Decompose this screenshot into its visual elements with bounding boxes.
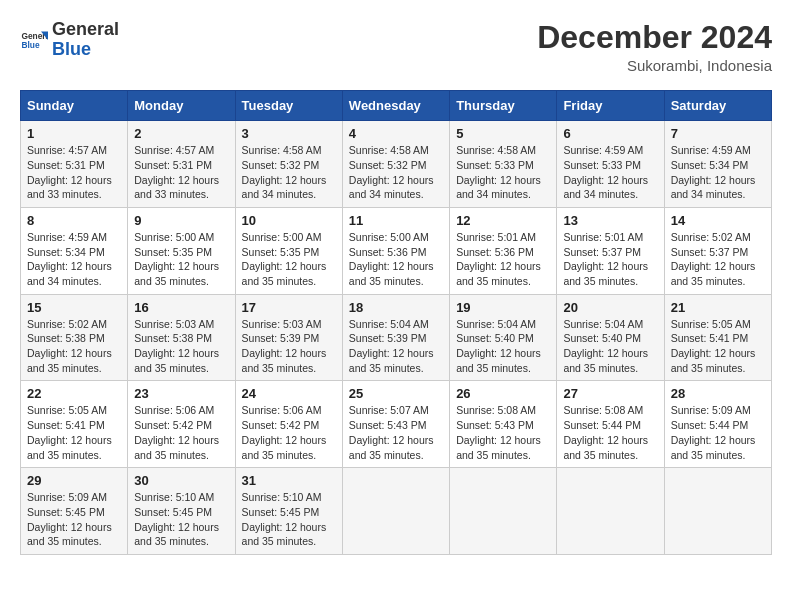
calendar-table: Sunday Monday Tuesday Wednesday Thursday… <box>20 90 772 555</box>
day-number: 11 <box>349 213 443 228</box>
calendar-cell: 7 Sunrise: 4:59 AMSunset: 5:34 PMDayligh… <box>664 121 771 208</box>
day-info: Sunrise: 5:05 AMSunset: 5:41 PMDaylight:… <box>671 318 756 374</box>
day-number: 6 <box>563 126 657 141</box>
calendar-week-4: 22 Sunrise: 5:05 AMSunset: 5:41 PMDaylig… <box>21 381 772 468</box>
day-info: Sunrise: 5:00 AMSunset: 5:35 PMDaylight:… <box>134 231 219 287</box>
logo: General Blue GeneralBlue <box>20 20 119 60</box>
day-number: 30 <box>134 473 228 488</box>
day-number: 29 <box>27 473 121 488</box>
day-number: 4 <box>349 126 443 141</box>
month-title: December 2024 <box>537 20 772 55</box>
col-tuesday: Tuesday <box>235 91 342 121</box>
day-info: Sunrise: 5:04 AMSunset: 5:40 PMDaylight:… <box>563 318 648 374</box>
day-number: 31 <box>242 473 336 488</box>
calendar-cell: 13 Sunrise: 5:01 AMSunset: 5:37 PMDaylig… <box>557 207 664 294</box>
calendar-cell <box>557 468 664 555</box>
calendar-cell: 16 Sunrise: 5:03 AMSunset: 5:38 PMDaylig… <box>128 294 235 381</box>
calendar-cell <box>342 468 449 555</box>
day-info: Sunrise: 5:06 AMSunset: 5:42 PMDaylight:… <box>242 404 327 460</box>
calendar-week-2: 8 Sunrise: 4:59 AMSunset: 5:34 PMDayligh… <box>21 207 772 294</box>
day-info: Sunrise: 5:03 AMSunset: 5:38 PMDaylight:… <box>134 318 219 374</box>
day-number: 12 <box>456 213 550 228</box>
calendar-cell <box>664 468 771 555</box>
day-info: Sunrise: 5:10 AMSunset: 5:45 PMDaylight:… <box>242 491 327 547</box>
day-number: 13 <box>563 213 657 228</box>
calendar-cell: 17 Sunrise: 5:03 AMSunset: 5:39 PMDaylig… <box>235 294 342 381</box>
day-number: 26 <box>456 386 550 401</box>
day-number: 2 <box>134 126 228 141</box>
day-number: 27 <box>563 386 657 401</box>
calendar-cell: 3 Sunrise: 4:58 AMSunset: 5:32 PMDayligh… <box>235 121 342 208</box>
calendar-cell: 18 Sunrise: 5:04 AMSunset: 5:39 PMDaylig… <box>342 294 449 381</box>
day-number: 9 <box>134 213 228 228</box>
day-info: Sunrise: 5:06 AMSunset: 5:42 PMDaylight:… <box>134 404 219 460</box>
day-info: Sunrise: 5:04 AMSunset: 5:40 PMDaylight:… <box>456 318 541 374</box>
day-info: Sunrise: 4:58 AMSunset: 5:33 PMDaylight:… <box>456 144 541 200</box>
calendar-cell: 1 Sunrise: 4:57 AMSunset: 5:31 PMDayligh… <box>21 121 128 208</box>
day-number: 25 <box>349 386 443 401</box>
calendar-cell: 25 Sunrise: 5:07 AMSunset: 5:43 PMDaylig… <box>342 381 449 468</box>
location: Sukorambi, Indonesia <box>537 57 772 74</box>
calendar-cell: 5 Sunrise: 4:58 AMSunset: 5:33 PMDayligh… <box>450 121 557 208</box>
calendar-week-1: 1 Sunrise: 4:57 AMSunset: 5:31 PMDayligh… <box>21 121 772 208</box>
calendar-cell: 2 Sunrise: 4:57 AMSunset: 5:31 PMDayligh… <box>128 121 235 208</box>
day-number: 19 <box>456 300 550 315</box>
day-info: Sunrise: 4:58 AMSunset: 5:32 PMDaylight:… <box>349 144 434 200</box>
calendar-cell: 22 Sunrise: 5:05 AMSunset: 5:41 PMDaylig… <box>21 381 128 468</box>
day-info: Sunrise: 5:00 AMSunset: 5:35 PMDaylight:… <box>242 231 327 287</box>
day-info: Sunrise: 5:10 AMSunset: 5:45 PMDaylight:… <box>134 491 219 547</box>
day-info: Sunrise: 5:03 AMSunset: 5:39 PMDaylight:… <box>242 318 327 374</box>
day-number: 23 <box>134 386 228 401</box>
day-number: 10 <box>242 213 336 228</box>
calendar-cell <box>450 468 557 555</box>
day-number: 3 <box>242 126 336 141</box>
day-info: Sunrise: 5:07 AMSunset: 5:43 PMDaylight:… <box>349 404 434 460</box>
calendar-cell: 23 Sunrise: 5:06 AMSunset: 5:42 PMDaylig… <box>128 381 235 468</box>
calendar-cell: 9 Sunrise: 5:00 AMSunset: 5:35 PMDayligh… <box>128 207 235 294</box>
day-info: Sunrise: 4:57 AMSunset: 5:31 PMDaylight:… <box>134 144 219 200</box>
col-friday: Friday <box>557 91 664 121</box>
calendar-cell: 26 Sunrise: 5:08 AMSunset: 5:43 PMDaylig… <box>450 381 557 468</box>
day-number: 1 <box>27 126 121 141</box>
calendar-cell: 21 Sunrise: 5:05 AMSunset: 5:41 PMDaylig… <box>664 294 771 381</box>
day-number: 21 <box>671 300 765 315</box>
day-info: Sunrise: 5:02 AMSunset: 5:38 PMDaylight:… <box>27 318 112 374</box>
day-info: Sunrise: 4:58 AMSunset: 5:32 PMDaylight:… <box>242 144 327 200</box>
calendar-week-5: 29 Sunrise: 5:09 AMSunset: 5:45 PMDaylig… <box>21 468 772 555</box>
calendar-cell: 29 Sunrise: 5:09 AMSunset: 5:45 PMDaylig… <box>21 468 128 555</box>
col-wednesday: Wednesday <box>342 91 449 121</box>
logo-icon: General Blue <box>20 26 48 54</box>
calendar-cell: 6 Sunrise: 4:59 AMSunset: 5:33 PMDayligh… <box>557 121 664 208</box>
calendar-week-3: 15 Sunrise: 5:02 AMSunset: 5:38 PMDaylig… <box>21 294 772 381</box>
calendar-cell: 31 Sunrise: 5:10 AMSunset: 5:45 PMDaylig… <box>235 468 342 555</box>
calendar-cell: 27 Sunrise: 5:08 AMSunset: 5:44 PMDaylig… <box>557 381 664 468</box>
calendar-cell: 15 Sunrise: 5:02 AMSunset: 5:38 PMDaylig… <box>21 294 128 381</box>
col-thursday: Thursday <box>450 91 557 121</box>
day-number: 7 <box>671 126 765 141</box>
day-number: 8 <box>27 213 121 228</box>
day-info: Sunrise: 5:09 AMSunset: 5:45 PMDaylight:… <box>27 491 112 547</box>
calendar-cell: 11 Sunrise: 5:00 AMSunset: 5:36 PMDaylig… <box>342 207 449 294</box>
day-number: 28 <box>671 386 765 401</box>
calendar-cell: 24 Sunrise: 5:06 AMSunset: 5:42 PMDaylig… <box>235 381 342 468</box>
title-block: December 2024 Sukorambi, Indonesia <box>537 20 772 74</box>
day-info: Sunrise: 5:04 AMSunset: 5:39 PMDaylight:… <box>349 318 434 374</box>
calendar-cell: 20 Sunrise: 5:04 AMSunset: 5:40 PMDaylig… <box>557 294 664 381</box>
day-info: Sunrise: 5:00 AMSunset: 5:36 PMDaylight:… <box>349 231 434 287</box>
day-info: Sunrise: 5:01 AMSunset: 5:37 PMDaylight:… <box>563 231 648 287</box>
calendar-cell: 14 Sunrise: 5:02 AMSunset: 5:37 PMDaylig… <box>664 207 771 294</box>
day-number: 16 <box>134 300 228 315</box>
day-info: Sunrise: 4:59 AMSunset: 5:33 PMDaylight:… <box>563 144 648 200</box>
day-number: 15 <box>27 300 121 315</box>
calendar-cell: 30 Sunrise: 5:10 AMSunset: 5:45 PMDaylig… <box>128 468 235 555</box>
page-header: General Blue GeneralBlue December 2024 S… <box>20 20 772 74</box>
col-sunday: Sunday <box>21 91 128 121</box>
day-info: Sunrise: 5:05 AMSunset: 5:41 PMDaylight:… <box>27 404 112 460</box>
day-info: Sunrise: 5:08 AMSunset: 5:43 PMDaylight:… <box>456 404 541 460</box>
day-number: 22 <box>27 386 121 401</box>
calendar-cell: 28 Sunrise: 5:09 AMSunset: 5:44 PMDaylig… <box>664 381 771 468</box>
day-info: Sunrise: 4:57 AMSunset: 5:31 PMDaylight:… <box>27 144 112 200</box>
day-info: Sunrise: 4:59 AMSunset: 5:34 PMDaylight:… <box>671 144 756 200</box>
day-info: Sunrise: 5:02 AMSunset: 5:37 PMDaylight:… <box>671 231 756 287</box>
day-info: Sunrise: 5:08 AMSunset: 5:44 PMDaylight:… <box>563 404 648 460</box>
